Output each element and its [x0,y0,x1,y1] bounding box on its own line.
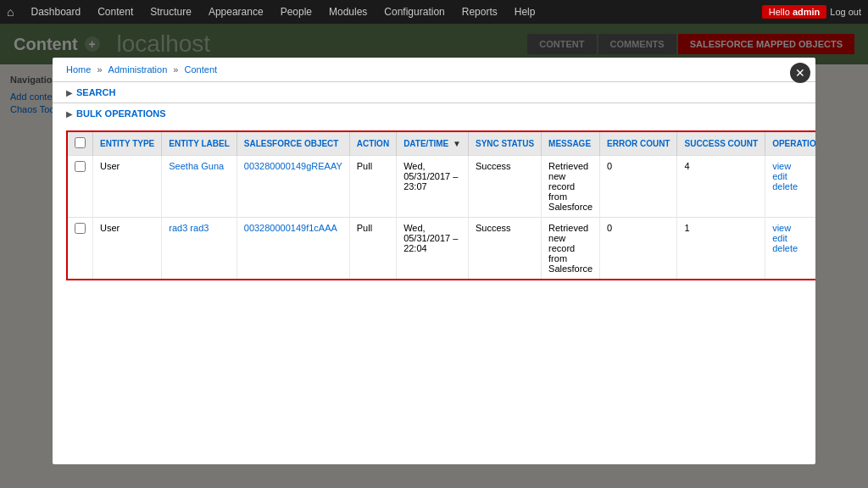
nav-appearance[interactable]: Appearance [200,0,272,24]
col-checkbox [67,131,93,156]
row1-delete-link[interactable]: delete [772,181,815,191]
row1-sync-status: Success [468,156,541,218]
row1-datetime: Wed, 05/31/2017 – 23:07 [397,156,469,218]
table-row: User Seetha Guna 003280000149gREAAY Pull… [67,156,815,218]
row1-sf-object: 003280000149gREAAY [236,156,349,218]
nav-reports[interactable]: Reports [453,0,506,24]
col-success-count: SUCCESS COUNT [677,131,765,156]
row1-entity-type: User [93,156,162,218]
modal-overlay: ✕ Home » Administration » Content ▶ SEAR… [0,24,868,488]
row2-checkbox [67,218,93,280]
row2-check[interactable] [75,223,86,234]
col-datetime: DATE/TIME ▼ [397,131,469,156]
col-entity-label: ENTITY LABEL [162,131,236,156]
user-badge: Hello admin [762,5,827,19]
search-label: SEARCH [76,87,115,97]
nav-content[interactable]: Content [89,0,142,24]
row1-action: Pull [349,156,396,218]
select-all-checkbox[interactable] [75,137,86,148]
breadcrumb-home[interactable]: Home [66,64,91,75]
bulk-label: BULK OPERATIONS [76,108,166,119]
row2-action: Pull [349,218,396,280]
row1-entity-link[interactable]: Seetha Guna [169,161,224,171]
row2-sf-link[interactable]: 003280000149f1cAAA [244,223,337,233]
row2-success-count: 1 [677,218,765,280]
search-section-bar[interactable]: ▶ SEARCH [53,81,815,103]
col-operations: OPERATIONS [765,131,815,156]
nav-dashboard[interactable]: Dashboard [22,0,89,24]
nav-modules[interactable]: Modules [320,0,376,24]
home-icon[interactable]: ⌂ [7,5,14,19]
logout-button[interactable]: Log out [830,7,861,17]
breadcrumb-sep-2: » [173,64,181,75]
bulk-section-bar[interactable]: ▶ BULK OPERATIONS [53,103,815,124]
row2-edit-link[interactable]: edit [772,233,815,243]
row1-check[interactable] [75,161,86,172]
table-header-row: ENTITY TYPE ENTITY LABEL SALESFORCE OBJE… [67,131,815,156]
breadcrumb-sep-1: » [97,64,104,75]
row1-success-count: 4 [677,156,765,218]
row1-operations: view edit delete [765,156,815,218]
breadcrumb-admin[interactable]: Administration [108,64,168,75]
col-sync-status: SYNC STATUS [468,131,541,156]
datetime-sort-icon[interactable]: ▼ [453,139,461,148]
nav-structure[interactable]: Structure [142,0,200,24]
row1-view-link[interactable]: view [772,161,815,171]
col-sf-object: SALESFORCE OBJECT [236,131,349,156]
row1-message: Retrieved new record from Salesforce [542,156,600,218]
row1-entity-label: Seetha Guna [162,156,236,218]
row2-message: Retrieved new record from Salesforce [542,218,600,280]
row1-error-count: 0 [600,156,677,218]
top-navigation: ⌂ Dashboard Content Structure Appearance… [0,0,868,24]
col-message: MESSAGE [542,131,600,156]
col-error-count: ERROR COUNT [600,131,677,156]
nav-configuration[interactable]: Configuration [376,0,453,24]
row2-view-link[interactable]: view [772,223,815,233]
row2-delete-link[interactable]: delete [772,243,815,253]
bulk-arrow-icon: ▶ [66,109,73,119]
nav-help[interactable]: Help [506,0,544,24]
row2-entity-label: rad3 rad3 [162,218,236,280]
row2-entity-type: User [93,218,162,280]
row2-sync-status: Success [468,218,541,280]
breadcrumb: Home » Administration » Content [53,58,815,81]
salesforce-table: ENTITY TYPE ENTITY LABEL SALESFORCE OBJE… [66,130,815,280]
row2-datetime: Wed, 05/31/2017 – 22:04 [397,218,469,280]
close-icon: ✕ [795,66,805,80]
table-wrapper: ENTITY TYPE ENTITY LABEL SALESFORCE OBJE… [53,124,815,287]
search-arrow-icon: ▶ [66,88,73,97]
col-action: ACTION [349,131,396,156]
row1-sf-link[interactable]: 003280000149gREAAY [244,161,342,171]
col-entity-type: ENTITY TYPE [93,131,162,156]
row2-error-count: 0 [600,218,677,280]
modal-close-button[interactable]: ✕ [790,63,810,83]
row2-operations: view edit delete [765,218,815,280]
nav-people[interactable]: People [272,0,320,24]
modal: ✕ Home » Administration » Content ▶ SEAR… [53,58,815,464]
row2-entity-link[interactable]: rad3 rad3 [169,223,209,233]
row1-checkbox [67,156,93,218]
breadcrumb-content[interactable]: Content [185,64,218,75]
row1-edit-link[interactable]: edit [772,171,815,181]
row2-sf-object: 003280000149f1cAAA [236,218,349,280]
table-row: User rad3 rad3 003280000149f1cAAA Pull W… [67,218,815,280]
